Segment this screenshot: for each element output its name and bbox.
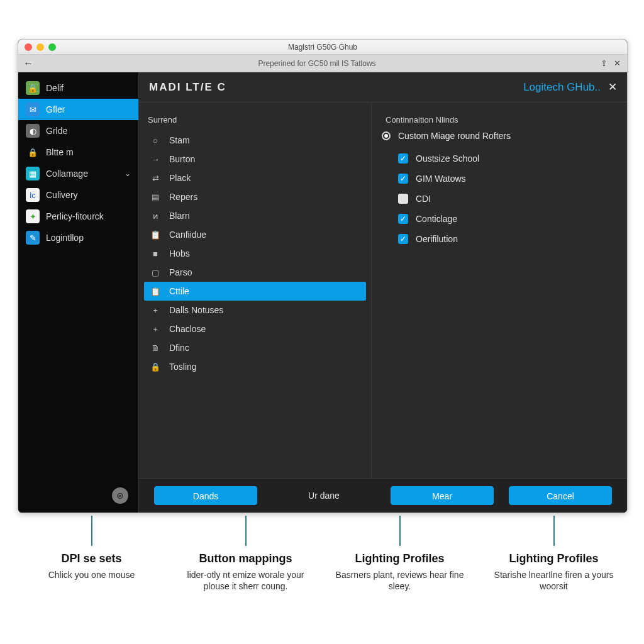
list-item-icon: 🔒 [150,362,160,372]
sidebar-item-icon: ✦ [26,209,40,223]
callout-line [245,516,247,546]
list-item-icon: ○ [150,136,160,145]
mear-button[interactable]: Mear [391,486,494,505]
annotation-callout: Lighting ProfilesBasrners plant, reviews… [326,516,474,592]
list-item-label: Plack [169,173,191,183]
list-item[interactable]: +Chaclose [144,319,366,338]
list-item-icon: ▢ [150,268,160,277]
left-column: Surrend ○Stam→Burton⇄Plack▤RepersᴎBlarn📋… [139,103,372,478]
list-item[interactable]: ᴎBlarn [144,206,366,225]
annotation-callout: Lighting ProfilesStarishe lnearIlne fire… [480,516,628,592]
check-row[interactable]: ✓CDI [382,189,617,209]
list-item-icon: 🗎 [150,343,160,353]
list-item-icon: 📋 [150,230,160,240]
sidebar-item-icon: ◐ [26,124,40,138]
list-item[interactable]: 📋Cttile [144,282,366,301]
checkbox-checked-icon[interactable]: ✓ [398,153,408,164]
list-item-label: Blarn [169,211,190,221]
list-item-icon: 📋 [150,287,160,296]
list-item-label: Tosling [169,362,197,372]
list-item-icon: → [150,155,160,164]
toolbar-subtitle: Preperined for GC50 mil IS Tatlows [33,59,601,68]
sidebar-item-label: Bltte m [46,147,74,157]
list-item-icon: ▤ [150,192,160,202]
sidebar-item[interactable]: ✉Gfler [18,99,138,120]
app-window: Maglstri G50G Ghub ← Preperined for GC50… [18,39,628,513]
window-title: Maglstri G50G Ghub [18,40,627,55]
list-item-icon: ■ [150,249,160,258]
check-row[interactable]: ✓GIM Watows [382,169,617,189]
main-panel: MADI LT/E C Logitech GHub.. ✕ Surrend ○S… [139,72,627,513]
sidebar-item[interactable]: ▦Collamage⌄ [18,163,138,184]
list-item[interactable]: ▢Parso [144,263,366,282]
list-item-icon: + [150,325,160,334]
sidebar-item[interactable]: ✎Logintllop [18,227,138,248]
sidebar-item-label: Culivery [46,190,78,200]
list-item[interactable]: ■Hobs [144,244,366,263]
check-row[interactable]: ✓Oerifilution [382,229,617,249]
sidebar-item[interactable]: ✦Perlicy-fitourck [18,206,138,227]
checkbox-unchecked-icon[interactable]: ✓ [398,194,408,204]
list-item[interactable]: +Dalls Notuses [144,301,366,319]
list-item[interactable]: ⇄Plack [144,169,366,187]
sidebar-item[interactable]: lcCulivery [18,184,138,206]
radio-icon[interactable] [382,131,391,140]
sidebar-item-label: Grlde [46,126,67,136]
close-window-icon[interactable] [25,43,32,51]
right-column: Continnaition Nlinds Custom Miage round … [372,103,627,478]
export-icon[interactable]: ⇪ [601,58,608,68]
urdane-button[interactable]: Ur dane [272,486,375,505]
check-row[interactable]: ✓Conticlage [382,209,617,229]
list-item[interactable]: 🔒Tosling [144,357,366,376]
check-label: CDI [416,194,431,204]
cancel-button[interactable]: Cancel [509,486,612,505]
main-header: MADI LT/E C Logitech GHub.. ✕ [139,72,627,103]
checkbox-checked-icon[interactable]: ✓ [398,234,408,244]
maximize-window-icon[interactable] [48,43,56,51]
dands-button[interactable]: Dands [154,486,257,505]
check-label: Oerifilution [416,234,458,244]
check-row[interactable]: ✓Oustsize School [382,148,617,169]
minimize-window-icon[interactable] [36,43,44,51]
list-item-label: Cttile [169,286,189,296]
panels: Surrend ○Stam→Burton⇄Plack▤RepersᴎBlarn📋… [139,103,627,478]
check-label: Oustsize School [416,153,479,164]
sidebar-item[interactable]: 🔒Delif [18,77,138,99]
callout-title: Button mappings [172,552,319,565]
window-controls [25,43,56,51]
content-body: 🔒Delif✉Gfler◐Grlde🔒Bltte m▦Collamage⌄lcC… [18,72,627,513]
checkbox-checked-icon[interactable]: ✓ [398,174,408,184]
callout-body: Basrners plant, reviews hear fine sleey. [331,569,469,592]
sidebar-item[interactable]: ◐Grlde [18,120,138,142]
close-panel-icon[interactable]: ✕ [608,80,617,94]
sidebar-item-label: Delif [46,83,64,93]
list-item-label: Stam [169,135,190,145]
close-tab-icon[interactable]: ✕ [614,58,621,68]
footer: Dands Ur dane Mear Cancel [139,478,627,513]
list-item[interactable]: ○Stam [144,131,366,150]
sidebar-settings-icon[interactable]: ⊜ [112,487,128,504]
brand-label[interactable]: Logitech GHub.. [523,81,601,94]
sidebar: 🔒Delif✉Gfler◐Grlde🔒Bltte m▦Collamage⌄lcC… [18,72,139,513]
checkbox-checked-icon[interactable]: ✓ [398,214,408,224]
sidebar-item-label: Perlicy-fitourck [46,211,104,221]
sidebar-item-icon: ▦ [26,167,40,180]
sidebar-item[interactable]: 🔒Bltte m [18,142,138,163]
list-item[interactable]: 🗎Dfinc [144,338,366,357]
callout-title: Lighting Profiles [326,552,474,565]
list-item[interactable]: →Burton [144,150,366,169]
annotation-callout: DPI se setsChlick you one mouse [18,516,165,592]
annotation-callout: Button mappingslider-otly nt emize woral… [172,516,319,592]
list-item-label: Dfinc [169,343,189,353]
list-item-label: Dalls Notuses [169,305,223,315]
list-item[interactable]: 📋Canfiidue [144,225,366,244]
titlebar: Maglstri G50G Ghub [18,40,627,55]
radio-label: Custom Miage round Rofters [398,131,511,141]
check-label: Conticlage [416,214,457,224]
left-heading: Surrend [148,115,362,125]
sidebar-item-icon: ✉ [26,103,40,116]
back-icon[interactable]: ← [23,58,33,69]
radio-row[interactable]: Custom Miage round Rofters [382,131,617,141]
list-item-label: Chaclose [169,324,206,334]
list-item[interactable]: ▤Repers [144,187,366,206]
